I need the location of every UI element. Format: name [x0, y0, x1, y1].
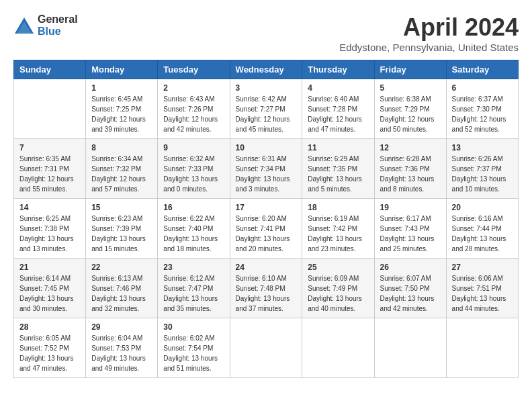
day-number: 2 — [163, 83, 224, 93]
day-number: 26 — [380, 263, 441, 272]
day-number: 3 — [236, 83, 297, 93]
calendar-cell: 8Sunrise: 6:34 AMSunset: 7:32 PMDaylight… — [86, 139, 158, 199]
day-info: Sunrise: 6:29 AMSunset: 7:35 PMDaylight:… — [308, 154, 368, 194]
day-info: Sunrise: 6:17 AMSunset: 7:43 PMDaylight:… — [380, 214, 441, 254]
calendar-cell: 14Sunrise: 6:25 AMSunset: 7:38 PMDayligh… — [14, 199, 86, 259]
calendar-cell: 20Sunrise: 6:16 AMSunset: 7:44 PMDayligh… — [446, 199, 518, 259]
day-number: 15 — [91, 203, 152, 212]
day-number: 28 — [19, 322, 80, 332]
day-info: Sunrise: 6:20 AMSunset: 7:41 PMDaylight:… — [236, 214, 297, 254]
day-info: Sunrise: 6:06 AMSunset: 7:51 PMDaylight:… — [452, 273, 513, 314]
day-number: 11 — [308, 143, 368, 152]
header-friday: Friday — [374, 60, 446, 79]
day-number: 30 — [163, 322, 224, 332]
day-info: Sunrise: 6:07 AMSunset: 7:50 PMDaylight:… — [380, 273, 441, 314]
calendar-cell: 12Sunrise: 6:28 AMSunset: 7:36 PMDayligh… — [374, 139, 446, 199]
day-info: Sunrise: 6:38 AMSunset: 7:29 PMDaylight:… — [380, 94, 441, 134]
day-number: 7 — [19, 143, 80, 152]
day-info: Sunrise: 6:45 AMSunset: 7:25 PMDaylight:… — [91, 94, 152, 134]
calendar-cell: 21Sunrise: 6:14 AMSunset: 7:45 PMDayligh… — [14, 259, 86, 318]
logo-blue-text: Blue — [38, 26, 78, 38]
calendar-cell — [302, 318, 374, 378]
day-number: 6 — [452, 83, 513, 93]
calendar-cell: 5Sunrise: 6:38 AMSunset: 7:29 PMDaylight… — [374, 79, 446, 139]
day-info: Sunrise: 6:05 AMSunset: 7:52 PMDaylight:… — [19, 333, 80, 373]
day-number: 17 — [236, 203, 297, 212]
day-info: Sunrise: 6:09 AMSunset: 7:49 PMDaylight:… — [308, 273, 368, 314]
header-thursday: Thursday — [302, 60, 374, 79]
calendar-cell: 24Sunrise: 6:10 AMSunset: 7:48 PMDayligh… — [230, 259, 302, 318]
day-number: 9 — [163, 143, 224, 152]
day-number: 16 — [163, 203, 224, 212]
day-info: Sunrise: 6:25 AMSunset: 7:38 PMDaylight:… — [19, 214, 80, 254]
page-title: April 2024 — [339, 13, 519, 42]
calendar-cell: 29Sunrise: 6:04 AMSunset: 7:53 PMDayligh… — [86, 318, 158, 378]
page-subtitle: Eddystone, Pennsylvania, United States — [339, 42, 519, 53]
day-number: 18 — [308, 203, 368, 212]
day-number: 27 — [452, 263, 513, 272]
calendar-cell: 25Sunrise: 6:09 AMSunset: 7:49 PMDayligh… — [302, 259, 374, 318]
day-number: 14 — [19, 203, 80, 212]
day-number: 4 — [308, 83, 368, 93]
calendar-cell — [446, 318, 518, 378]
day-info: Sunrise: 6:19 AMSunset: 7:42 PMDaylight:… — [308, 214, 368, 254]
header-row: SundayMondayTuesdayWednesdayThursdayFrid… — [14, 60, 519, 79]
day-info: Sunrise: 6:22 AMSunset: 7:40 PMDaylight:… — [163, 214, 224, 254]
calendar-cell: 17Sunrise: 6:20 AMSunset: 7:41 PMDayligh… — [230, 199, 302, 259]
calendar-cell: 3Sunrise: 6:42 AMSunset: 7:27 PMDaylight… — [230, 79, 302, 139]
logo-text: General Blue — [38, 13, 78, 37]
day-number: 22 — [91, 263, 152, 272]
header-wednesday: Wednesday — [230, 60, 302, 79]
week-row-4: 28Sunrise: 6:05 AMSunset: 7:52 PMDayligh… — [14, 318, 519, 378]
day-number: 12 — [380, 143, 441, 152]
day-info: Sunrise: 6:43 AMSunset: 7:26 PMDaylight:… — [163, 94, 224, 134]
day-info: Sunrise: 6:42 AMSunset: 7:27 PMDaylight:… — [236, 94, 297, 134]
day-info: Sunrise: 6:13 AMSunset: 7:46 PMDaylight:… — [91, 273, 152, 314]
week-row-1: 7Sunrise: 6:35 AMSunset: 7:31 PMDaylight… — [14, 139, 519, 199]
day-number: 19 — [380, 203, 441, 212]
day-info: Sunrise: 6:10 AMSunset: 7:48 PMDaylight:… — [236, 273, 297, 314]
calendar-cell: 16Sunrise: 6:22 AMSunset: 7:40 PMDayligh… — [158, 199, 230, 259]
calendar-cell — [374, 318, 446, 378]
day-number: 29 — [91, 322, 152, 332]
header-sunday: Sunday — [14, 60, 86, 79]
day-info: Sunrise: 6:12 AMSunset: 7:47 PMDaylight:… — [163, 273, 224, 314]
calendar-cell: 19Sunrise: 6:17 AMSunset: 7:43 PMDayligh… — [374, 199, 446, 259]
day-info: Sunrise: 6:35 AMSunset: 7:31 PMDaylight:… — [19, 154, 80, 194]
calendar-cell — [14, 79, 86, 139]
day-number: 1 — [91, 83, 152, 93]
calendar-cell: 13Sunrise: 6:26 AMSunset: 7:37 PMDayligh… — [446, 139, 518, 199]
logo-general-text: General — [38, 13, 78, 26]
calendar-header: SundayMondayTuesdayWednesdayThursdayFrid… — [14, 60, 519, 79]
calendar-cell — [230, 318, 302, 378]
day-info: Sunrise: 6:34 AMSunset: 7:32 PMDaylight:… — [91, 154, 152, 194]
calendar-cell: 15Sunrise: 6:23 AMSunset: 7:39 PMDayligh… — [86, 199, 158, 259]
day-number: 10 — [236, 143, 297, 152]
logo-icon — [13, 16, 35, 35]
day-info: Sunrise: 6:16 AMSunset: 7:44 PMDaylight:… — [452, 214, 513, 254]
calendar-cell: 23Sunrise: 6:12 AMSunset: 7:47 PMDayligh… — [158, 259, 230, 318]
calendar-cell: 22Sunrise: 6:13 AMSunset: 7:46 PMDayligh… — [86, 259, 158, 318]
calendar-cell: 18Sunrise: 6:19 AMSunset: 7:42 PMDayligh… — [302, 199, 374, 259]
calendar-cell: 6Sunrise: 6:37 AMSunset: 7:30 PMDaylight… — [446, 79, 518, 139]
week-row-2: 14Sunrise: 6:25 AMSunset: 7:38 PMDayligh… — [14, 199, 519, 259]
week-row-0: 1Sunrise: 6:45 AMSunset: 7:25 PMDaylight… — [14, 79, 519, 139]
calendar-cell: 11Sunrise: 6:29 AMSunset: 7:35 PMDayligh… — [302, 139, 374, 199]
day-number: 20 — [452, 203, 513, 212]
day-info: Sunrise: 6:14 AMSunset: 7:45 PMDaylight:… — [19, 273, 80, 314]
calendar-cell: 9Sunrise: 6:32 AMSunset: 7:33 PMDaylight… — [158, 139, 230, 199]
header-saturday: Saturday — [446, 60, 518, 79]
day-number: 24 — [236, 263, 297, 272]
calendar-cell: 4Sunrise: 6:40 AMSunset: 7:28 PMDaylight… — [302, 79, 374, 139]
calendar-table: SundayMondayTuesdayWednesdayThursdayFrid… — [13, 60, 519, 378]
calendar-cell: 27Sunrise: 6:06 AMSunset: 7:51 PMDayligh… — [446, 259, 518, 318]
calendar-cell: 7Sunrise: 6:35 AMSunset: 7:31 PMDaylight… — [14, 139, 86, 199]
day-info: Sunrise: 6:04 AMSunset: 7:53 PMDaylight:… — [91, 333, 152, 373]
day-number: 21 — [19, 263, 80, 272]
calendar-cell: 10Sunrise: 6:31 AMSunset: 7:34 PMDayligh… — [230, 139, 302, 199]
day-info: Sunrise: 6:26 AMSunset: 7:37 PMDaylight:… — [452, 154, 513, 194]
day-info: Sunrise: 6:37 AMSunset: 7:30 PMDaylight:… — [452, 94, 513, 134]
day-number: 8 — [91, 143, 152, 152]
day-number: 25 — [308, 263, 368, 272]
calendar-cell: 1Sunrise: 6:45 AMSunset: 7:25 PMDaylight… — [86, 79, 158, 139]
